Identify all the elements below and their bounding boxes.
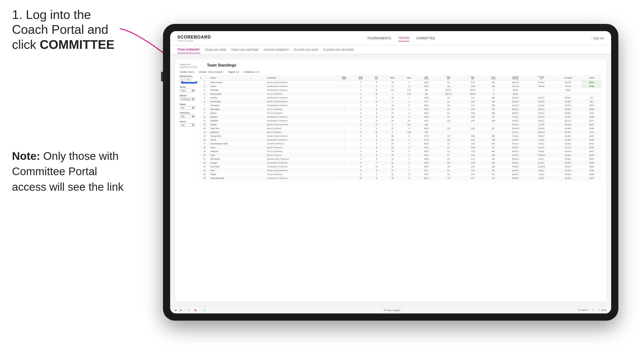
table-row: 13 Texas Tech Big 12 Conference - 1 9 27… bbox=[200, 127, 602, 130]
school-cell[interactable]: Vanderbilt bbox=[210, 88, 266, 92]
pts-cell: 65.16 bbox=[582, 142, 602, 146]
sub-nav-team-h2h-heatmap[interactable]: TEAM H2H HEATMAP bbox=[231, 46, 259, 53]
avg-sg-cell: -6.0 bbox=[436, 84, 461, 88]
school-cell[interactable]: Texas bbox=[210, 153, 266, 157]
rnds-cell: 23 bbox=[384, 146, 401, 150]
school-sidebar-select[interactable]: (All) bbox=[180, 123, 195, 127]
sub-nav-player-h2h-grid[interactable]: PLAYER H2H GRID bbox=[294, 46, 318, 53]
toolbar-left: ◀ ▶ | ↻ 🔖 | 🕐 bbox=[174, 309, 206, 312]
wins-cell: 2.52 bbox=[401, 92, 417, 96]
rnds-cell: 27 bbox=[384, 84, 401, 88]
toolbar-back[interactable]: ◀ bbox=[174, 309, 177, 312]
sub-nav-team-h2h-grid[interactable]: TEAM H2H GRID bbox=[205, 46, 226, 53]
low-score-cell: 271 bbox=[484, 146, 502, 150]
avg-sg-cell: -5.2 bbox=[436, 81, 461, 84]
school-cell[interactable]: Ole Miss bbox=[210, 96, 266, 100]
school-cell[interactable]: Duke bbox=[210, 169, 266, 173]
school-cell[interactable]: Virginia bbox=[210, 123, 266, 127]
conf-rank-cell: 6 bbox=[352, 119, 369, 123]
school-cell[interactable]: Florida State bbox=[210, 100, 266, 104]
gender-sidebar-select[interactable]: Men's bbox=[180, 89, 195, 92]
school-cell[interactable]: East Tennessee State bbox=[210, 142, 266, 146]
school-cell[interactable]: Illinois bbox=[210, 146, 266, 150]
table-row: 26 Mississippi State Southeastern Confer… bbox=[200, 176, 602, 180]
school-cell[interactable]: Georgia bbox=[210, 161, 266, 165]
wins-cell: 4 bbox=[401, 111, 417, 115]
sub-nav-player-h2h-heatmap[interactable]: PLAYER H2H HEATMAP bbox=[323, 46, 354, 53]
conf-cell: Big Ten Conference bbox=[266, 146, 336, 150]
low-score-cell: 3 bbox=[484, 88, 502, 92]
no-tour-cell: 10 bbox=[369, 165, 384, 169]
min-rounds-val2[interactable]: 30 bbox=[186, 78, 191, 81]
vs25-cell: 30-15-10 bbox=[528, 130, 554, 134]
conf-rank-cell: 4 bbox=[352, 104, 369, 107]
overall-cell: 90-33-2 bbox=[502, 169, 528, 173]
nav-committee[interactable]: COMMITTEE bbox=[416, 35, 435, 41]
sign-out-link[interactable]: Sign out bbox=[594, 37, 604, 40]
content-card: Update time: 27/03/2024 16:56:26 Team St… bbox=[175, 59, 606, 302]
school-cell[interactable]: New Mexico bbox=[210, 157, 266, 161]
no-tour-cell: 24 bbox=[369, 130, 384, 134]
division-sidebar-select[interactable]: NCAA Division I bbox=[180, 97, 195, 101]
nav-tournaments[interactable]: TOURNAMENTS bbox=[367, 35, 391, 41]
school-cell[interactable]: California bbox=[210, 150, 266, 153]
school-cell[interactable]: Arizona bbox=[210, 111, 266, 115]
conf-rank-cell: 3 bbox=[352, 153, 369, 157]
vs50-cell: 33-38-4 bbox=[554, 153, 582, 157]
school-cell[interactable]: Oregon bbox=[210, 173, 266, 176]
avg-sg-cell: -1.8 bbox=[436, 176, 461, 180]
toolbar-refresh[interactable]: ↻ bbox=[188, 309, 191, 312]
rnds-cell: 22 bbox=[384, 119, 401, 123]
school-cell[interactable]: Oklahoma bbox=[210, 130, 266, 134]
school-cell[interactable]: Georgia Tech bbox=[210, 134, 266, 138]
pts-cell: 65.02 bbox=[582, 138, 602, 142]
no-tour-cell: 8 bbox=[369, 88, 384, 92]
fullscreen-btn[interactable]: ⛶ bbox=[591, 309, 595, 312]
vs50-cell: 30-19-0 bbox=[554, 104, 582, 107]
rnds-cell: 19 bbox=[384, 157, 401, 161]
avg-rd-cell: 2.11 bbox=[461, 104, 484, 107]
avg-rd-cell: 2.37 bbox=[461, 96, 484, 100]
wins-cell: 2.01 bbox=[401, 123, 417, 127]
avg-rd-cell: 1.90 bbox=[461, 119, 484, 123]
sub-nav-team-summary[interactable]: TEAM SUMMARY bbox=[177, 46, 200, 53]
school-cell[interactable]: Texas Tech bbox=[210, 127, 266, 130]
toolbar-bookmark[interactable]: 🔖 bbox=[193, 309, 198, 312]
school-cell[interactable]: Alabama bbox=[210, 115, 266, 119]
vs50-cell: 34-25-2 bbox=[554, 138, 582, 142]
toolbar-clock[interactable]: 🕐 bbox=[202, 309, 206, 312]
avg-sg-cell: -5.0 bbox=[436, 96, 461, 100]
view-original-btn[interactable]: 👁 View: Original bbox=[382, 309, 402, 312]
main-nav: TOURNAMENTS TEAMS COMMITTEE bbox=[367, 35, 435, 41]
watch-btn[interactable]: 👁 Watch ▾ bbox=[577, 309, 589, 312]
school-cell[interactable]: Tennessee bbox=[210, 104, 266, 107]
school-cell[interactable]: North Carolina bbox=[210, 81, 266, 84]
vs50-cell: 29-15-1 bbox=[554, 96, 582, 100]
rank-cell: 21 bbox=[200, 157, 210, 161]
vs50-cell: 23-16-2 bbox=[554, 142, 582, 146]
toolbar-forward[interactable]: ▶ bbox=[179, 309, 183, 312]
school-cell[interactable]: Mississippi State bbox=[210, 176, 266, 180]
rank-cell: 8 bbox=[200, 107, 210, 111]
rank-cell: 10 bbox=[200, 115, 210, 119]
conf-rank-cell: 4 bbox=[352, 123, 369, 127]
adj-score-cell: 276.9 bbox=[417, 115, 436, 119]
school-cell[interactable]: Texas A&M bbox=[210, 165, 266, 169]
sub-nav-player-summary[interactable]: PLAYER SUMMARY bbox=[264, 46, 289, 53]
rank-cell: 3 bbox=[200, 88, 210, 92]
conference-sidebar-select[interactable]: (All) bbox=[180, 115, 195, 118]
school-cell[interactable]: Arizona State bbox=[210, 92, 266, 96]
region-sidebar-select[interactable]: N/A bbox=[180, 106, 195, 109]
min-rounds-val1[interactable]: 4 bbox=[180, 78, 185, 81]
school-cell[interactable]: Auburn bbox=[210, 84, 266, 88]
vs50-cell: 90.54 bbox=[554, 88, 582, 92]
table-row: 25 Oregon Pac-12 Conference - 5 7 21 0 2… bbox=[200, 173, 602, 176]
school-cell[interactable]: Washington bbox=[210, 107, 266, 111]
overall-cell: 68-6.0 bbox=[502, 88, 528, 92]
standings-table: # School Conference RegRank ConfRank NoT… bbox=[200, 75, 602, 180]
nav-teams[interactable]: TEAMS bbox=[398, 35, 409, 41]
share-btn[interactable]: ⇧ Share bbox=[597, 309, 608, 312]
low-score-cell bbox=[484, 123, 502, 127]
school-cell[interactable]: Florida bbox=[210, 138, 266, 142]
school-cell[interactable]: Arkansas bbox=[210, 119, 266, 123]
